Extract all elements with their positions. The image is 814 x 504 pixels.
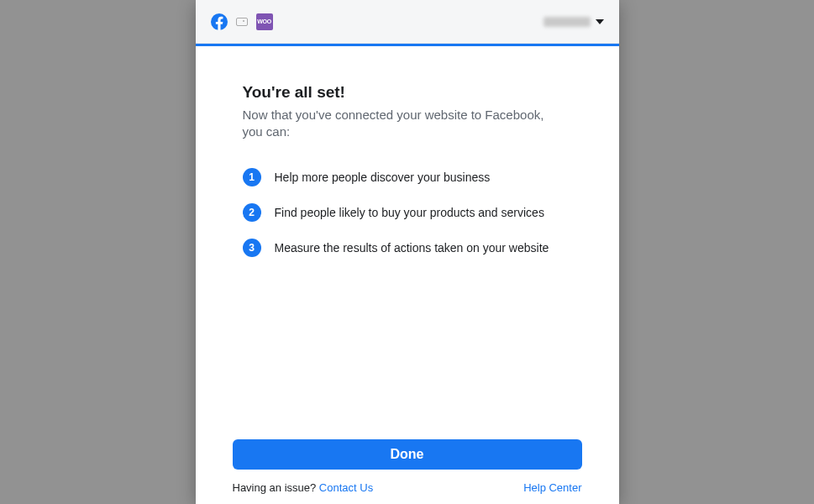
number-badge: 2	[243, 203, 261, 222]
number-badge: 3	[243, 239, 261, 257]
user-menu-dropdown[interactable]	[544, 17, 604, 27]
facebook-icon	[211, 13, 228, 30]
header-brand-group: WOO	[211, 13, 544, 30]
number-badge: 1	[243, 168, 261, 186]
chevron-down-icon	[596, 19, 604, 24]
contact-us-link[interactable]: Contact Us	[319, 481, 373, 494]
benefit-text: Measure the results of actions taken on …	[275, 241, 549, 255]
page-title: You're all set!	[243, 83, 572, 102]
list-item: 1 Help more people discover your busines…	[243, 168, 572, 186]
issue-prompt: Having an issue? Contact Us	[233, 481, 374, 494]
footer-links: Having an issue? Contact Us Help Center	[233, 481, 582, 494]
benefit-text: Find people likely to buy your products …	[275, 206, 544, 219]
setup-complete-modal: WOO You're all set! Now that you've conn…	[196, 0, 619, 504]
list-item: 3 Measure the results of actions taken o…	[243, 239, 572, 257]
done-button[interactable]: Done	[233, 439, 582, 470]
page-subtitle: Now that you've connected your website t…	[243, 107, 554, 141]
issue-label: Having an issue?	[233, 481, 319, 494]
help-center-link[interactable]: Help Center	[523, 481, 581, 494]
link-icon	[236, 18, 248, 26]
modal-header: WOO	[196, 0, 619, 44]
woocommerce-icon: WOO	[256, 13, 273, 30]
modal-content: You're all set! Now that you've connecte…	[196, 46, 619, 439]
user-name-redacted	[544, 17, 591, 27]
benefit-text: Help more people discover your business	[275, 171, 491, 184]
list-item: 2 Find people likely to buy your product…	[243, 203, 572, 222]
benefits-list: 1 Help more people discover your busines…	[243, 168, 572, 257]
modal-footer: Done Having an issue? Contact Us Help Ce…	[196, 439, 619, 504]
